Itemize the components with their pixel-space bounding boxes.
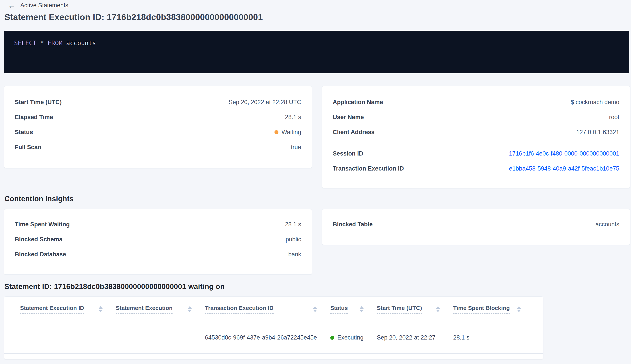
- blocked-database-value: bank: [288, 251, 301, 258]
- column-header-label: Time Spent Blocking: [453, 305, 510, 314]
- start-time-value: Sep 20, 2022 at 22:28 UTC: [228, 99, 301, 106]
- elapsed-time-label: Elapsed Time: [15, 114, 53, 121]
- elapsed-time-value: 28.1 s: [285, 114, 301, 121]
- sort-icon: [436, 306, 440, 312]
- column-header-label: Start Time (UTC): [377, 305, 422, 314]
- back-link-label: Active Statements: [20, 2, 68, 9]
- status-value: Waiting: [274, 129, 301, 136]
- blocked-table-row: Blocked Table accounts: [322, 217, 630, 232]
- column-header-statement-execution[interactable]: Statement Execution: [116, 305, 205, 314]
- column-header-label: Transaction Execution ID: [205, 305, 274, 314]
- arrow-left-icon: ←: [8, 2, 16, 9]
- application-name-row: Application Name $ cockroach demo: [322, 95, 630, 110]
- full-scan-row: Full Scan true: [4, 140, 312, 155]
- blocked-table-value: accounts: [596, 221, 619, 228]
- column-header-label: Statement Execution ID: [20, 305, 84, 314]
- blocked-table-label: Blocked Table: [333, 221, 373, 228]
- sql-operator-star: *: [40, 40, 44, 47]
- status-value-text: Waiting: [282, 129, 301, 136]
- time-spent-waiting-row: Time Spent Waiting 28.1 s: [4, 217, 312, 232]
- transaction-execution-id-row: Transaction Execution ID e1bba458-5948-4…: [322, 161, 630, 176]
- execution-overview-card: Start Time (UTC) Sep 20, 2022 at 22:28 U…: [4, 86, 312, 168]
- status-label: Status: [15, 129, 33, 136]
- sql-keyword-from: FROM: [48, 40, 62, 47]
- sort-icon: [360, 306, 364, 312]
- application-name-value: $ cockroach demo: [570, 99, 619, 106]
- table-header-row: Statement Execution ID Statement Executi…: [4, 297, 543, 322]
- waiting-status-dot-icon: [274, 130, 278, 134]
- cell-start-time: Sep 20, 2022 at 22:27: [377, 334, 453, 341]
- column-header-label: Status: [330, 305, 348, 314]
- table-row: 64530d0c-969f-437e-a9b4-26a72245e45e Exe…: [4, 322, 543, 354]
- blocked-table-card: Blocked Table accounts: [322, 209, 630, 245]
- transaction-execution-id-link[interactable]: e1bba458-5948-40a9-a42f-5feac1b10e75: [509, 165, 619, 172]
- client-address-row: Client Address 127.0.0.1:63321: [322, 125, 630, 140]
- user-name-value: root: [609, 114, 619, 121]
- user-name-label: User Name: [333, 114, 364, 121]
- sort-icon: [188, 306, 192, 312]
- time-spent-waiting-label: Time Spent Waiting: [15, 221, 70, 228]
- statement-execution-details-page: { "colors": { "page_background": "#f4f6f…: [0, 0, 631, 364]
- sort-icon: [517, 306, 521, 312]
- blocked-database-row: Blocked Database bank: [4, 247, 312, 262]
- full-scan-label: Full Scan: [15, 144, 41, 151]
- elapsed-time-row: Elapsed Time 28.1 s: [4, 110, 312, 125]
- cell-transaction-execution-id: 64530d0c-969f-437e-a9b4-26a72245e45e: [205, 334, 330, 341]
- column-header-statement-execution-id[interactable]: Statement Execution ID: [20, 305, 116, 314]
- column-header-label: Statement Execution: [116, 305, 172, 314]
- client-address-value: 127.0.0.1:63321: [576, 129, 619, 136]
- blocked-database-label: Blocked Database: [15, 251, 66, 258]
- status-cell-text: Executing: [337, 334, 364, 341]
- start-time-row: Start Time (UTC) Sep 20, 2022 at 22:28 U…: [4, 95, 312, 110]
- session-id-label: Session ID: [333, 150, 363, 157]
- status-row: Status Waiting: [4, 125, 312, 140]
- transaction-execution-id-label: Transaction Execution ID: [333, 165, 404, 172]
- card-divider: [333, 143, 619, 143]
- sort-icon: [313, 306, 317, 312]
- contention-details-card: Time Spent Waiting 28.1 s Blocked Schema…: [4, 209, 312, 275]
- contention-insights-heading: Contention Insights: [4, 194, 74, 203]
- back-to-active-statements-link[interactable]: ← Active Statements: [8, 0, 68, 10]
- blocked-schema-label: Blocked Schema: [15, 236, 62, 243]
- session-id-link[interactable]: 1716b1f6-4e0c-f480-0000-000000000001: [509, 150, 619, 157]
- waiting-on-table: Statement Execution ID Statement Executi…: [4, 296, 543, 359]
- session-id-row: Session ID 1716b1f6-4e0c-f480-0000-00000…: [322, 146, 630, 161]
- cell-time-spent-blocking: 28.1 s: [453, 334, 534, 341]
- application-name-label: Application Name: [333, 99, 383, 106]
- user-name-row: User Name root: [322, 110, 630, 125]
- start-time-label: Start Time (UTC): [15, 99, 62, 106]
- cell-status: Executing: [330, 334, 377, 341]
- column-header-transaction-execution-id[interactable]: Transaction Execution ID: [205, 305, 330, 314]
- sql-keyword-select: SELECT: [14, 40, 36, 47]
- waiting-on-heading: Statement ID: 1716b218dc0b38380000000000…: [4, 282, 224, 291]
- sort-icon: [98, 306, 102, 312]
- blocked-schema-row: Blocked Schema public: [4, 232, 312, 247]
- executing-status-dot-icon: [330, 336, 334, 340]
- sql-statement-box: SELECT * FROM accounts: [4, 31, 629, 73]
- column-header-status[interactable]: Status: [330, 305, 377, 314]
- session-details-card: Application Name $ cockroach demo User N…: [322, 86, 630, 188]
- blocked-schema-value: public: [286, 236, 301, 243]
- sql-table-identifier: accounts: [66, 40, 96, 47]
- column-header-time-spent-blocking[interactable]: Time Spent Blocking: [453, 305, 534, 314]
- time-spent-waiting-value: 28.1 s: [285, 221, 301, 228]
- page-title: Statement Execution ID: 1716b218dc0b3838…: [4, 12, 263, 22]
- full-scan-value: true: [291, 144, 301, 151]
- client-address-label: Client Address: [333, 129, 375, 136]
- column-header-start-time[interactable]: Start Time (UTC): [377, 305, 453, 314]
